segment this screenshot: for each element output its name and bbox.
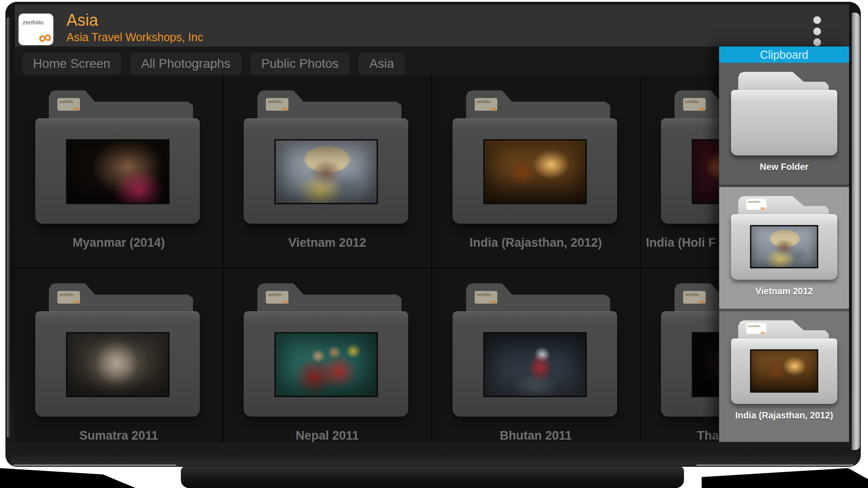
zenfolio-badge-icon: zenfolio ∞ xyxy=(746,323,766,334)
badge-text: zenfolio xyxy=(268,292,282,297)
badge-text: zenfolio xyxy=(685,99,699,104)
clipboard-item-new-folder[interactable]: New Folder xyxy=(719,63,849,184)
clipboard-item-vietnam[interactable]: zenfolio ∞ Vietnam 2012 xyxy=(719,184,849,309)
breadcrumb-asia[interactable]: Asia xyxy=(359,53,405,75)
zenfolio-badge-icon: zenfolio ∞ xyxy=(475,291,497,304)
badge-infinity-icon: ∞ xyxy=(491,105,496,111)
page-subtitle: Asia Travel Workshops, Inc xyxy=(66,31,203,44)
tv-shadow-left xyxy=(0,468,136,488)
badge-infinity-icon: ∞ xyxy=(699,105,704,111)
badge-text: zenfolio xyxy=(748,200,760,204)
zenfolio-infinity-icon: ∞ xyxy=(37,27,53,45)
clipboard-item-label: Vietnam 2012 xyxy=(755,286,813,296)
folder-tile-nepal[interactable]: zenfolio ∞ Nepal 2011 xyxy=(223,268,432,442)
frame-highlight-left xyxy=(14,465,176,466)
zenfolio-logo: zenfolio ∞ xyxy=(19,14,53,45)
folder-cover-photo xyxy=(750,349,818,393)
badge-text: zenfolio xyxy=(685,292,699,297)
zenfolio-badge-icon: zenfolio ∞ xyxy=(57,291,80,304)
zenfolio-badge-icon: zenfolio ∞ xyxy=(57,98,80,111)
device-mockup: zenfolio ∞ Asia Asia Travel Workshops, I… xyxy=(0,0,868,488)
clipboard-item-label: New Folder xyxy=(760,162,809,172)
clipboard-item-india-rajasthan[interactable]: zenfolio ∞ India (Rajasthan, 2012) xyxy=(719,309,849,442)
folder-cover-photo xyxy=(483,139,587,204)
badge-text: zenfolio xyxy=(476,99,491,104)
app-screen: zenfolio ∞ Asia Asia Travel Workshops, I… xyxy=(15,5,849,442)
folder-cover-photo xyxy=(274,139,378,204)
zenfolio-badge-icon: zenfolio ∞ xyxy=(746,199,766,210)
folder-icon: zenfolio ∞ xyxy=(731,320,837,404)
tv-stand xyxy=(181,466,684,488)
badge-text: zenfolio xyxy=(59,292,73,297)
folder-cover-photo xyxy=(750,225,818,268)
zenfolio-badge-icon: zenfolio ∞ xyxy=(683,291,706,304)
zenfolio-badge-icon: zenfolio ∞ xyxy=(475,98,497,111)
badge-infinity-icon: ∞ xyxy=(760,329,765,334)
folder-label: Vietnam 2012 xyxy=(223,236,431,250)
badge-text: zenfolio xyxy=(268,99,282,104)
frame-highlight-right xyxy=(696,465,854,466)
kebab-dot xyxy=(813,38,821,46)
zenfolio-badge-icon: zenfolio ∞ xyxy=(266,291,288,304)
title-block: Asia Asia Travel Workshops, Inc xyxy=(66,11,203,44)
breadcrumb-all-photographs[interactable]: All Photographs xyxy=(130,53,241,75)
badge-text: zenfolio xyxy=(748,324,760,328)
folder-tile-bhutan[interactable]: zenfolio ∞ Bhutan 2011 xyxy=(432,268,641,442)
tv-bottom-bezel xyxy=(11,455,855,465)
tv-shadow-right xyxy=(702,468,868,488)
folder-cover-photo xyxy=(483,332,587,397)
app-header: zenfolio ∞ Asia Asia Travel Workshops, I… xyxy=(15,5,849,47)
folder-tab xyxy=(738,72,829,92)
breadcrumb-home-screen[interactable]: Home Screen xyxy=(22,53,121,75)
clipboard-panel: Clipboard New Folder zenfolio ∞ xyxy=(719,47,849,442)
folder-label: India (Rajasthan, 2012) xyxy=(432,236,640,250)
badge-infinity-icon: ∞ xyxy=(283,298,288,304)
folder-cover-photo xyxy=(274,332,378,397)
tv-left-edge xyxy=(7,17,10,437)
kebab-menu-icon[interactable] xyxy=(809,16,825,46)
zenfolio-badge-icon: zenfolio ∞ xyxy=(266,98,288,111)
badge-infinity-icon: ∞ xyxy=(283,105,288,111)
folder-icon: zenfolio ∞ xyxy=(731,196,837,280)
badge-text: zenfolio xyxy=(476,292,491,297)
folder-label: Nepal 2011 xyxy=(223,429,431,442)
clipboard-item-label: India (Rajasthan, 2012) xyxy=(735,410,833,421)
new-folder-icon xyxy=(731,72,837,155)
badge-infinity-icon: ∞ xyxy=(74,105,79,111)
folder-tile-vietnam[interactable]: zenfolio ∞ Vietnam 2012 xyxy=(223,75,432,268)
folder-front xyxy=(731,90,837,155)
breadcrumb-public-photos[interactable]: Public Photos xyxy=(250,53,349,75)
folder-tile-myanmar[interactable]: zenfolio ∞ Myanmar (2014) xyxy=(15,75,223,268)
badge-infinity-icon: ∞ xyxy=(491,298,496,304)
folder-cover-photo xyxy=(66,332,170,397)
badge-text: zenfolio xyxy=(59,99,73,104)
badge-infinity-icon: ∞ xyxy=(699,298,704,304)
zenfolio-badge-icon: zenfolio ∞ xyxy=(683,98,706,111)
clipboard-header: Clipboard xyxy=(719,47,849,63)
folder-tile-sumatra[interactable]: zenfolio ∞ Sumatra 2011 xyxy=(15,268,223,442)
kebab-dot xyxy=(813,16,821,24)
folder-label: Myanmar (2014) xyxy=(15,236,222,250)
folder-cover-photo xyxy=(66,139,170,204)
page-title: Asia xyxy=(66,11,203,29)
kebab-dot xyxy=(813,28,821,35)
folder-label: Sumatra 2011 xyxy=(15,429,222,442)
folder-tile-india-rajasthan[interactable]: zenfolio ∞ India (Rajasthan, 2012) xyxy=(432,75,641,268)
tv-right-edge xyxy=(852,13,860,450)
folder-label: Bhutan 2011 xyxy=(432,429,640,442)
zenfolio-logo-text: zenfolio xyxy=(23,19,43,26)
badge-infinity-icon: ∞ xyxy=(74,298,79,304)
badge-infinity-icon: ∞ xyxy=(760,205,765,210)
